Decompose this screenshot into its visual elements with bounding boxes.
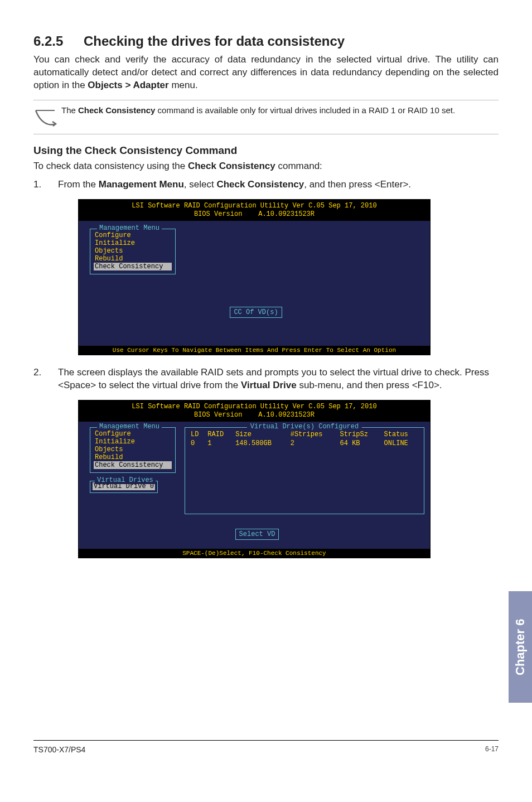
bios2-menu-item-rebuild[interactable]: Rebuild (94, 453, 172, 461)
bios1-menu-item-rebuild[interactable]: Rebuild (94, 255, 172, 263)
bios1-menu-item-configure[interactable]: Configure (94, 231, 172, 239)
intro-paragraph: You can check and verify the accuracy of… (33, 54, 499, 92)
bios1-menu-title: Management Menu (97, 224, 162, 232)
col-status: Status (382, 430, 420, 439)
bios1-menu-item-check-consistency[interactable]: Check Consistency (94, 263, 172, 270)
step2-bold1: Virtual Drive (241, 380, 297, 390)
bios1-footer: Use Cursor Keys To Navigate Between Item… (79, 346, 430, 355)
step1-bold2: Check Consistency (216, 179, 304, 190)
note-text: The Check Consistency command is availab… (61, 105, 455, 116)
subsection-heading: Using the Check Consistency Command (33, 144, 499, 157)
note-callout: The Check Consistency command is availab… (33, 100, 499, 134)
bios1-header: LSI Software RAID Configuration Utility … (79, 200, 430, 221)
col-size: Size (233, 430, 288, 439)
note-bold: Check Consistency (78, 105, 155, 115)
note-icon (33, 105, 61, 129)
bios1-menu-item-objects[interactable]: Objects (94, 247, 172, 255)
section-number: 6.2.5 (33, 33, 84, 49)
subintro-bold: Check Consistency (188, 161, 275, 171)
bios2-vd-table-panel: Virtual Drive(s) Configured LD RAID Size… (185, 427, 424, 514)
bios2-center-button[interactable]: Select VD (235, 529, 279, 540)
bios2-menu-item-check-consistency[interactable]: Check Consistency (94, 461, 172, 469)
intro-tail: menu. (169, 80, 198, 90)
step-2: 2. The screen displays the available RAI… (33, 366, 499, 392)
subintro-pre: To check data consistency using the (33, 161, 188, 171)
intro-bold: Objects > Adapter (88, 80, 168, 90)
bios2-title-line2: BIOS Version A.10.09231523R (194, 411, 315, 419)
col-stripsz: StripSz (338, 430, 382, 439)
step-number: 2. (33, 366, 58, 392)
bios2-management-menu[interactable]: Management Menu Configure Initialize Obj… (90, 427, 176, 473)
table-row[interactable]: 0 1 148.580GB 2 64 KB ONLINE (188, 439, 420, 448)
bios2-menu-item-objects[interactable]: Objects (94, 446, 172, 453)
cell-status: ONLINE (382, 439, 420, 448)
step1-pre: From the (58, 179, 99, 190)
bios1-title-line2: BIOS Version A.10.09231523R (194, 210, 315, 218)
cell-ld: 0 (188, 439, 205, 448)
note-post: command is available only for virtual dr… (155, 105, 455, 115)
bios2-menu-title: Management Menu (97, 423, 162, 431)
chapter-tab: Chapter 6 (509, 591, 532, 703)
step-number: 1. (33, 178, 58, 191)
bios2-virtual-drives-title: Virtual Drives (95, 476, 156, 484)
step1-mid: , select (184, 179, 217, 190)
step1-bold1: Management Menu (99, 179, 184, 190)
bios2-menu-item-configure[interactable]: Configure (94, 430, 172, 438)
bios2-title-line1: LSI Software RAID Configuration Utility … (132, 403, 376, 410)
step2-post: sub-menu, and then press <F10>. (297, 380, 442, 390)
bios1-center-button[interactable]: CC Of VD(s) (230, 307, 282, 318)
cell-stripsz: 64 KB (338, 439, 382, 448)
note-pre: The (61, 105, 78, 115)
bios2-vd-table: LD RAID Size #Stripes StripSz Status 0 1… (188, 430, 420, 448)
bios2-vd-panel-title: Virtual Drive(s) Configured (247, 423, 362, 431)
col-stripes: #Stripes (288, 430, 338, 439)
bios1-management-menu[interactable]: Management Menu Configure Initialize Obj… (90, 229, 176, 274)
bios1-menu-item-initialize[interactable]: Initialize (94, 239, 172, 247)
bios-screenshot-2: LSI Software RAID Configuration Utility … (78, 400, 431, 558)
bios2-menu-item-initialize[interactable]: Initialize (94, 438, 172, 446)
col-ld: LD (188, 430, 205, 439)
col-raid: RAID (205, 430, 233, 439)
footer-product: TS700-X7/PS4 (33, 745, 85, 754)
section-heading: 6.2.5Checking the drives for data consis… (33, 33, 499, 49)
bios2-header: LSI Software RAID Configuration Utility … (79, 400, 430, 422)
cell-raid: 1 (205, 439, 233, 448)
subintro-post: command: (275, 161, 322, 171)
cell-stripes: 2 (288, 439, 338, 448)
step1-post: , and then press <Enter>. (304, 179, 411, 190)
page-footer: TS700-X7/PS4 6-17 (33, 740, 499, 754)
bios2-virtual-drives-box[interactable]: Virtual Drives Virtual Drive 0 (90, 481, 158, 493)
section-title-text: Checking the drives for data consistency (84, 33, 345, 49)
subintro: To check data consistency using the Chec… (33, 160, 499, 173)
bios-screenshot-1: LSI Software RAID Configuration Utility … (78, 199, 431, 355)
step-1: 1. From the Management Menu, select Chec… (33, 178, 499, 191)
bios2-footer: SPACE-(De)Select, F10-Check Consistency (79, 549, 430, 558)
cell-size: 148.580GB (233, 439, 288, 448)
footer-page-number: 6-17 (485, 745, 499, 754)
bios1-title-line1: LSI Software RAID Configuration Utility … (132, 202, 376, 210)
